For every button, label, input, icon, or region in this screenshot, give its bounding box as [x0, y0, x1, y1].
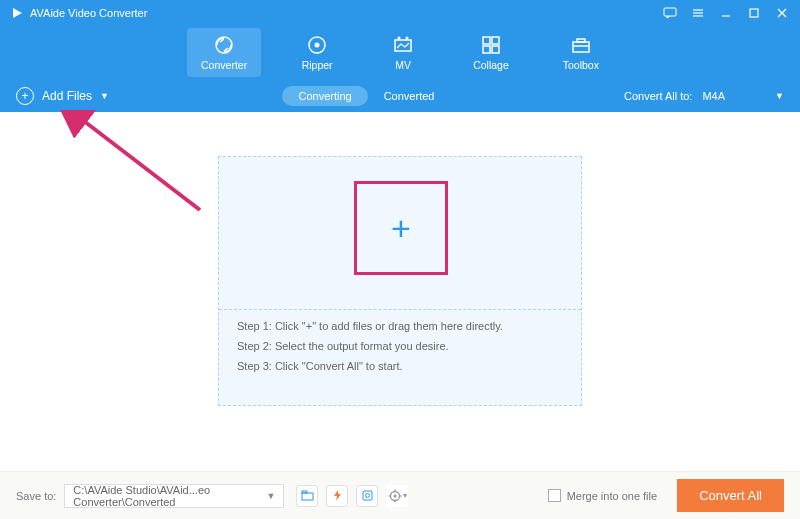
- svg-point-30: [393, 494, 396, 497]
- main-tabs: Converter Ripper MV Collage Toolbox: [0, 25, 800, 80]
- add-files-square[interactable]: +: [354, 181, 448, 275]
- step-2: Step 2: Select the output format you des…: [237, 340, 563, 352]
- svg-point-13: [398, 37, 401, 40]
- tab-mv[interactable]: MV: [373, 28, 433, 77]
- big-plus-icon: +: [391, 209, 411, 248]
- add-files-button[interactable]: + Add Files ▼: [16, 87, 109, 105]
- toolbox-icon: [570, 34, 592, 56]
- dropdown-arrow-icon: ▼: [100, 91, 109, 101]
- add-files-label: Add Files: [42, 89, 92, 103]
- close-icon[interactable]: [774, 5, 790, 21]
- speed-icon[interactable]: [326, 485, 348, 507]
- tab-converter[interactable]: Converter: [187, 28, 261, 77]
- mv-icon: [392, 34, 414, 56]
- main-area: + Step 1: Click "+" to add files or drag…: [0, 112, 800, 471]
- plus-circle-icon: +: [16, 87, 34, 105]
- sub-tabs: Converting Converted: [282, 86, 450, 106]
- maximize-icon[interactable]: [746, 5, 762, 21]
- svg-rect-24: [302, 493, 313, 500]
- svg-point-14: [406, 37, 409, 40]
- tab-ripper[interactable]: Ripper: [287, 28, 347, 77]
- step-3: Step 3: Click "Convert All" to start.: [237, 360, 563, 372]
- svg-rect-16: [492, 37, 499, 44]
- merge-option[interactable]: Merge into one file: [548, 489, 658, 502]
- tab-mv-label: MV: [395, 59, 411, 71]
- step-1: Step 1: Click "+" to add files or drag t…: [237, 320, 563, 332]
- svg-rect-19: [573, 42, 589, 52]
- drop-divider: [219, 309, 581, 310]
- drop-zone[interactable]: + Step 1: Click "+" to add files or drag…: [218, 156, 582, 406]
- action-icons: ▾: [296, 485, 408, 507]
- format-select[interactable]: M4A ▼: [702, 90, 784, 102]
- minimize-icon[interactable]: [718, 5, 734, 21]
- svg-rect-6: [750, 9, 758, 17]
- path-arrow-icon: ▼: [266, 491, 275, 501]
- svg-rect-20: [577, 39, 585, 42]
- app-logo-icon: [10, 6, 24, 20]
- save-to-label: Save to:: [16, 490, 56, 502]
- svg-rect-25: [302, 491, 307, 493]
- subtab-converted[interactable]: Converted: [368, 86, 451, 106]
- tab-collage-label: Collage: [473, 59, 509, 71]
- menu-icon[interactable]: [690, 5, 706, 21]
- steps: Step 1: Click "+" to add files or drag t…: [237, 320, 563, 372]
- format-arrow-icon: ▼: [775, 91, 784, 101]
- svg-marker-26: [334, 490, 341, 501]
- svg-rect-17: [483, 46, 490, 53]
- svg-point-28: [365, 494, 369, 498]
- gpu-icon[interactable]: [356, 485, 378, 507]
- tab-collage[interactable]: Collage: [459, 28, 523, 77]
- titlebar-left: AVAide Video Converter: [10, 6, 147, 20]
- open-folder-icon[interactable]: [296, 485, 318, 507]
- collage-icon: [480, 34, 502, 56]
- svg-marker-0: [13, 8, 22, 18]
- titlebar-right: [662, 5, 790, 21]
- convert-all-button[interactable]: Convert All: [677, 479, 784, 512]
- save-path-select[interactable]: C:\AVAide Studio\AVAid...eo Converter\Co…: [64, 484, 284, 508]
- bottom-bar: Save to: C:\AVAide Studio\AVAid...eo Con…: [0, 471, 800, 519]
- ripper-icon: [306, 34, 328, 56]
- tab-converter-label: Converter: [201, 59, 247, 71]
- settings-gear-icon[interactable]: ▾: [386, 485, 408, 507]
- convert-all-to: Convert All to: M4A ▼: [624, 90, 784, 102]
- tab-ripper-label: Ripper: [302, 59, 333, 71]
- svg-rect-27: [363, 491, 372, 500]
- subtab-converting[interactable]: Converting: [282, 86, 367, 106]
- converter-icon: [213, 34, 235, 56]
- svg-rect-15: [483, 37, 490, 44]
- feedback-icon[interactable]: [662, 5, 678, 21]
- format-value: M4A: [702, 90, 725, 102]
- tab-toolbox-label: Toolbox: [563, 59, 599, 71]
- subbar: + Add Files ▼ Converting Converted Conve…: [0, 80, 800, 112]
- svg-rect-1: [664, 8, 676, 16]
- titlebar: AVAide Video Converter: [0, 0, 800, 25]
- app-title: AVAide Video Converter: [30, 7, 147, 19]
- save-path-value: C:\AVAide Studio\AVAid...eo Converter\Co…: [73, 484, 266, 508]
- convert-all-to-label: Convert All to:: [624, 90, 692, 102]
- merge-label: Merge into one file: [567, 490, 658, 502]
- merge-checkbox[interactable]: [548, 489, 561, 502]
- svg-rect-18: [492, 46, 499, 53]
- tab-toolbox[interactable]: Toolbox: [549, 28, 613, 77]
- svg-point-11: [315, 43, 320, 48]
